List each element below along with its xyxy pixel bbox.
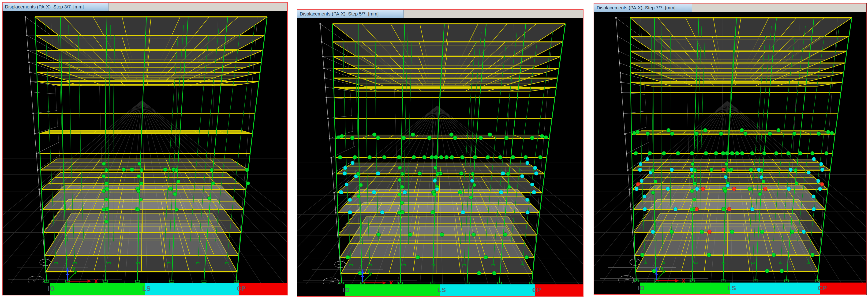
titlebar: Displacements (PA-X) Step 5/7 [mm] — [298, 10, 583, 19]
legend-label-cp: CP — [818, 285, 827, 292]
legend-segment — [820, 282, 866, 294]
plot-window-step-5: Displacements (PA-X) Step 5/7 [mm] yx IO… — [297, 9, 584, 297]
legend-segment — [145, 283, 239, 295]
deformed-shape-3d-view: yx — [298, 18, 583, 296]
legend-label-ls: LS — [437, 286, 446, 294]
legend-label-ls: LS — [142, 285, 151, 292]
model-viewport[interactable]: yx IO LS CP — [3, 11, 287, 295]
hinge-state-legend: IO LS CP — [3, 283, 287, 295]
legend-segment — [730, 282, 820, 294]
window-title-tab[interactable]: Displacements (PA-X) Step 5/7 [mm] — [298, 10, 404, 18]
legend-label-io: IO — [638, 285, 645, 292]
svg-text:y: y — [661, 265, 664, 271]
legend-segment — [535, 284, 583, 296]
model-viewport[interactable]: yx IO LS CP — [298, 18, 583, 296]
plot-window-step-3: Displacements (PA-X) Step 3/7 [mm] yx IO… — [2, 2, 288, 296]
window-title: Displacements (PA-X) Step 3/7 [mm] — [5, 4, 84, 10]
deformed-shape-3d-view: yx — [3, 11, 287, 295]
svg-text:y: y — [72, 265, 75, 272]
legend-segment — [345, 284, 440, 296]
legend-segment — [50, 283, 145, 295]
legend-label-cp: CP — [237, 285, 246, 292]
legend-segment — [298, 284, 345, 296]
hinge-state-legend: IO LS CP — [298, 284, 583, 296]
legend-segment — [239, 283, 287, 295]
legend-segment — [594, 282, 640, 294]
window-title: Displacements (PA-X) Step 5/7 [mm] — [300, 11, 378, 17]
window-title-tab[interactable]: Displacements (PA-X) Step 3/7 [mm] — [3, 3, 108, 11]
legend-segment — [640, 282, 730, 294]
window-title-tab[interactable]: Displacements (PA-X) Step 7/7 [mm] — [594, 3, 692, 12]
legend-label-io: IO — [343, 286, 350, 294]
window-title: Displacements (PA-X) Step 7/7 [mm] — [597, 5, 675, 10]
legend-segment — [440, 284, 535, 296]
legend-label-io: IO — [48, 285, 55, 292]
legend-segment — [3, 283, 50, 295]
model-viewport[interactable]: yx IO LS CP — [594, 12, 866, 294]
titlebar: Displacements (PA-X) Step 7/7 [mm] — [594, 3, 866, 12]
svg-text:y: y — [367, 267, 371, 273]
deformed-shape-3d-view: yx — [594, 12, 866, 294]
legend-label-cp: CP — [532, 286, 541, 294]
plot-window-step-7: Displacements (PA-X) Step 7/7 [mm] yx IO… — [594, 3, 867, 295]
titlebar: Displacements (PA-X) Step 3/7 [mm] — [3, 3, 287, 11]
legend-label-ls: LS — [727, 285, 736, 292]
hinge-state-legend: IO LS CP — [594, 282, 866, 294]
